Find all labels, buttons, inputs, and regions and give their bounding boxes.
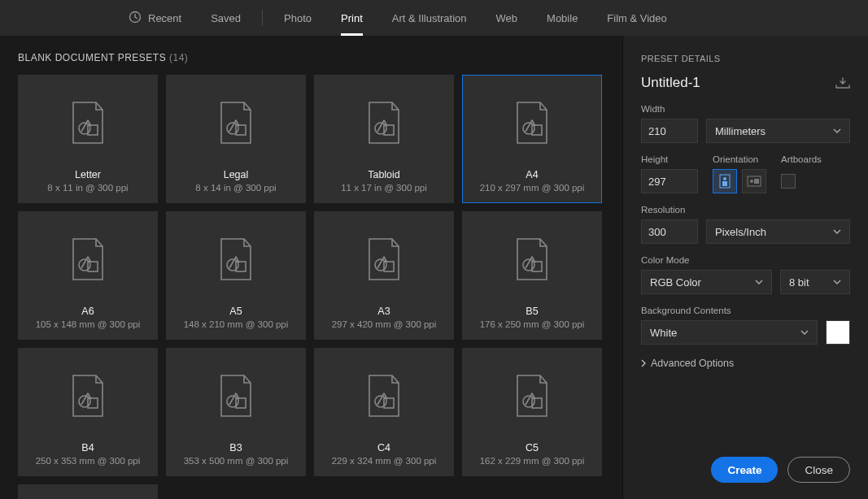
orientation-landscape-button[interactable] xyxy=(742,169,766,193)
resolution-units-select[interactable]: Pixels/Inch xyxy=(706,219,850,244)
preset-card[interactable]: C5162 x 229 mm @ 300 ppi xyxy=(462,348,602,476)
units-select[interactable]: Millimeters xyxy=(706,119,850,143)
svg-point-19 xyxy=(227,396,238,407)
preset-name: A3 xyxy=(377,306,390,317)
preset-card[interactable]: Legal8 x 14 in @ 300 ppi xyxy=(166,75,306,203)
background-contents-select[interactable]: White xyxy=(641,320,818,345)
preset-dimensions: 148 x 210 mm @ 300 ppi xyxy=(184,319,289,329)
preset-grid: Letter8 x 11 in @ 300 ppi Legal8 x 14 in… xyxy=(18,75,614,499)
svg-point-23 xyxy=(523,396,534,407)
tab-web[interactable]: Web xyxy=(482,0,533,36)
preset-name: B5 xyxy=(526,306,538,317)
svg-rect-27 xyxy=(722,181,727,186)
chevron-down-icon xyxy=(833,128,841,133)
chevron-right-icon xyxy=(641,359,646,367)
tab-label: Recent xyxy=(148,12,181,24)
tab-label: Art & Illustration xyxy=(392,12,467,24)
tab-label: Print xyxy=(341,12,363,24)
svg-point-9 xyxy=(79,259,90,271)
close-button[interactable]: Close xyxy=(787,457,850,483)
section-title-text: BLANK DOCUMENT PRESETS xyxy=(18,52,166,63)
preset-name: A6 xyxy=(81,306,94,317)
svg-point-21 xyxy=(375,396,386,407)
tab-photo[interactable]: Photo xyxy=(269,0,326,36)
units-value: Millimeters xyxy=(715,125,765,137)
background-color-swatch[interactable] xyxy=(826,320,850,345)
document-icon xyxy=(218,101,254,145)
preset-card[interactable] xyxy=(18,484,158,499)
preset-name: Letter xyxy=(75,169,101,180)
document-icon xyxy=(70,374,106,418)
preset-card[interactable]: C4229 x 324 mm @ 300 ppi xyxy=(314,348,454,476)
document-icon xyxy=(218,237,254,281)
resolution-label: Resolution xyxy=(641,205,850,215)
preset-card[interactable]: A3297 x 420 mm @ 300 ppi xyxy=(314,211,454,340)
section-title: BLANK DOCUMENT PRESETS (14) xyxy=(18,52,614,63)
preset-dimensions: 105 x 148 mm @ 300 ppi xyxy=(36,319,141,329)
tab-art-illustration[interactable]: Art & Illustration xyxy=(377,0,482,36)
preset-card[interactable]: A6105 x 148 mm @ 300 ppi xyxy=(18,211,158,340)
tab-saved[interactable]: Saved xyxy=(196,0,255,36)
tab-mobile[interactable]: Mobile xyxy=(532,0,592,36)
svg-point-17 xyxy=(79,396,90,407)
preset-dimensions: 353 x 500 mm @ 300 ppi xyxy=(184,456,289,466)
document-icon xyxy=(514,101,550,145)
preset-card[interactable]: A5148 x 210 mm @ 300 ppi xyxy=(166,211,306,340)
preset-name: A5 xyxy=(229,306,242,317)
document-name-input[interactable]: Untitled-1 xyxy=(641,75,700,91)
tab-label: Photo xyxy=(284,12,312,24)
chevron-down-icon xyxy=(755,280,763,284)
tab-recent[interactable]: Recent xyxy=(114,0,196,36)
preset-card[interactable]: Tabloid11 x 17 in @ 300 ppi xyxy=(314,75,454,203)
bit-depth-select[interactable]: 8 bit xyxy=(780,270,850,294)
svg-rect-30 xyxy=(754,179,759,184)
section-count: (14) xyxy=(169,52,188,63)
width-label: Width xyxy=(641,104,850,114)
chevron-down-icon xyxy=(833,229,841,234)
advanced-options-toggle[interactable]: Advanced Options xyxy=(641,358,850,369)
tab-print[interactable]: Print xyxy=(326,0,377,36)
tab-film-video[interactable]: Film & Video xyxy=(592,0,681,36)
tab-label: Film & Video xyxy=(607,12,666,24)
background-contents-value: White xyxy=(650,327,677,339)
preset-dimensions: 297 x 420 mm @ 300 ppi xyxy=(332,319,437,329)
artboards-checkbox[interactable] xyxy=(781,174,796,189)
document-icon xyxy=(366,374,402,418)
preset-card[interactable]: B4250 x 353 mm @ 300 ppi xyxy=(18,348,158,476)
create-button[interactable]: Create xyxy=(711,457,778,483)
svg-point-11 xyxy=(227,259,238,271)
preset-card[interactable]: B3353 x 500 mm @ 300 ppi xyxy=(166,348,306,476)
bit-depth-value: 8 bit xyxy=(789,276,809,289)
preset-name: C4 xyxy=(377,442,390,453)
orientation-portrait-button[interactable] xyxy=(713,169,737,193)
panel-title: PRESET DETAILS xyxy=(641,54,850,63)
svg-point-13 xyxy=(375,259,386,271)
save-preset-icon[interactable] xyxy=(835,77,850,89)
preset-name: B3 xyxy=(229,442,242,453)
tab-label: Web xyxy=(496,12,518,24)
document-icon xyxy=(70,101,106,145)
preset-name: C5 xyxy=(526,442,539,453)
document-icon xyxy=(366,101,402,145)
preset-card[interactable]: Letter8 x 11 in @ 300 ppi xyxy=(18,75,158,203)
chevron-down-icon xyxy=(833,280,841,284)
tab-separator xyxy=(262,10,263,26)
presets-panel: BLANK DOCUMENT PRESETS (14) Letter8 x 11… xyxy=(0,36,622,499)
preset-dimensions: 8 x 11 in @ 300 ppi xyxy=(47,183,128,193)
preset-details-panel: PRESET DETAILS Untitled-1 Width Millimet… xyxy=(622,36,868,499)
document-icon xyxy=(70,237,106,281)
resolution-units-value: Pixels/Inch xyxy=(715,226,766,238)
color-mode-select[interactable]: RGB Color xyxy=(641,270,772,294)
resolution-input[interactable] xyxy=(641,219,698,244)
width-input[interactable] xyxy=(641,119,698,143)
preset-card[interactable]: A4210 x 297 mm @ 300 ppi xyxy=(462,75,602,203)
height-input[interactable] xyxy=(641,169,698,193)
svg-point-15 xyxy=(523,259,534,271)
preset-name: B4 xyxy=(81,442,94,453)
preset-card[interactable]: B5176 x 250 mm @ 300 ppi xyxy=(462,211,602,340)
document-icon xyxy=(366,237,402,281)
preset-dimensions: 229 x 324 mm @ 300 ppi xyxy=(332,456,437,466)
preset-name: Legal xyxy=(224,169,249,180)
svg-point-26 xyxy=(723,177,726,180)
tab-label: Saved xyxy=(211,12,241,24)
